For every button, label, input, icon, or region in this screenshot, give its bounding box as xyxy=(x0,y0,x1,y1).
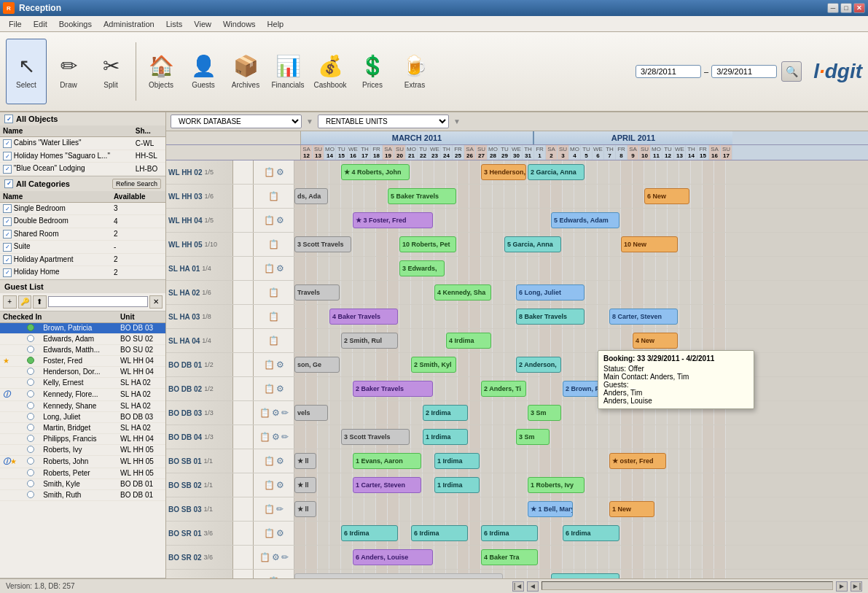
guest-search-input[interactable] xyxy=(48,296,148,307)
row-icon-3-0[interactable]: 📋 xyxy=(268,239,279,249)
date-to-input[interactable] xyxy=(711,65,777,78)
cat0-checkbox[interactable] xyxy=(3,204,12,213)
search-button[interactable]: 🔍 xyxy=(781,61,802,82)
booking-15-2[interactable]: 6 Irdima xyxy=(481,525,538,541)
tool-financials[interactable]: 📊 Financials xyxy=(267,39,308,104)
booking-2-0[interactable]: ★ 3 Foster, Fred xyxy=(353,212,433,228)
row-icon-8-1[interactable]: ⚙ xyxy=(276,360,284,370)
row-icon-10-1[interactable]: ⚙ xyxy=(272,408,280,418)
menu-file[interactable]: File xyxy=(3,18,28,30)
booking-4-0[interactable]: 3 Edwards, xyxy=(399,260,445,276)
guest-row-0[interactable]: Brown, Patricia BO DB 03 xyxy=(0,322,165,333)
row-icon-13-1[interactable]: ⚙ xyxy=(276,480,284,490)
row-icon-10-2[interactable]: ✏ xyxy=(281,408,289,418)
booking-3-3[interactable]: 10 New xyxy=(621,236,678,252)
scroll-right-end[interactable]: ►| xyxy=(851,581,862,592)
row-icon-12-1[interactable]: ⚙ xyxy=(276,456,284,466)
menu-view[interactable]: View xyxy=(188,18,217,30)
booking-7-1[interactable]: 4 Irdima xyxy=(446,333,491,349)
booking-11-1[interactable]: 1 Irdima xyxy=(423,429,468,445)
guest-add-button[interactable]: + xyxy=(3,295,17,309)
booking-0-2[interactable]: 2 Garcia, Anna xyxy=(528,164,584,180)
row-icon-15-0[interactable]: 📋 xyxy=(264,528,275,538)
category-row-2[interactable]: Shared Room2 xyxy=(0,228,165,241)
booking-17-0[interactable]: Disabled xyxy=(294,573,503,578)
booking-13-1[interactable]: 1 Carter, Steven xyxy=(353,477,421,493)
booking-10-0[interactable]: vels xyxy=(294,405,328,421)
booking-1-0[interactable]: ds, Ada xyxy=(294,188,328,204)
row-icon-11-1[interactable]: ⚙ xyxy=(272,432,280,442)
units-selector[interactable]: RENTABLE UNITS xyxy=(318,115,449,128)
booking-15-3[interactable]: 6 Irdima xyxy=(563,525,619,541)
tool-prices[interactable]: 💲 Prices xyxy=(352,39,393,104)
menu-windows[interactable]: Windows xyxy=(217,18,262,30)
category-row-4[interactable]: Holiday Apartment2 xyxy=(0,253,165,266)
tool-objects[interactable]: 🏠 Objects xyxy=(141,39,181,104)
guest-key-button[interactable]: 🔑 xyxy=(18,295,32,309)
booking-13-2[interactable]: 1 Irdima xyxy=(434,477,480,493)
maximize-button[interactable]: □ xyxy=(840,3,852,13)
object-row-3[interactable]: "Blue Ocean" Lodging LH-BO xyxy=(0,163,165,176)
booking-2-1[interactable]: 5 Edwards, Adam xyxy=(551,212,619,228)
cat4-checkbox[interactable] xyxy=(3,255,12,264)
row-icon-9-0[interactable]: 📋 xyxy=(264,384,275,394)
booking-8-0[interactable]: son, Ge xyxy=(294,357,340,373)
row-icon-14-1[interactable]: ✏ xyxy=(276,504,284,514)
tool-draw[interactable]: ✏ Draw xyxy=(48,39,89,104)
guest-row-14[interactable]: Smith, Kyle BO DB 01 xyxy=(0,478,165,489)
booking-11-0[interactable]: 3 Scott Travels xyxy=(341,429,410,445)
object-row-2[interactable]: Holiday Homes "Saguaro L..." HH-SL xyxy=(0,150,165,163)
tool-select[interactable]: ↖ Select xyxy=(6,39,47,104)
booking-12-1[interactable]: 1 Evans, Aaron xyxy=(353,453,421,469)
row-icon-14-0[interactable]: 📋 xyxy=(264,504,275,514)
scroll-left-start[interactable]: |◄ xyxy=(512,581,524,592)
row-icon-6-0[interactable]: 📋 xyxy=(268,311,279,322)
booking-12-2[interactable]: 1 Irdima xyxy=(434,453,480,469)
booking-0-1[interactable]: 3 Henderson, xyxy=(481,164,526,180)
guest-row-13[interactable]: Roberts, Peter WL HH 05 xyxy=(0,468,165,478)
guest-row-6[interactable]: ⓘ Kennedy, Flore... SL HA 02 xyxy=(0,388,165,400)
tool-cashbook[interactable]: 💰 Cashbook xyxy=(310,39,351,104)
booking-11-2[interactable]: 3 Sm xyxy=(516,429,550,445)
category-row-3[interactable]: Suite- xyxy=(0,241,165,254)
guest-row-2[interactable]: Edwards, Matth... BO SU 02 xyxy=(0,344,165,355)
booking-13-0[interactable]: ★ ll xyxy=(294,477,316,493)
row-icon-7-0[interactable]: 📋 xyxy=(268,336,279,346)
booking-9-0[interactable]: 2 Baker Travels xyxy=(353,381,433,397)
tool-guests[interactable]: 👤 Guests xyxy=(183,39,224,104)
all-objects-checkbox[interactable] xyxy=(4,115,13,123)
guest-row-3[interactable]: ★ Foster, Fred WL HH 04 xyxy=(0,355,165,366)
booking-6-0[interactable]: 4 Baker Travels xyxy=(329,309,398,325)
cat1-checkbox[interactable] xyxy=(3,217,12,226)
row-icon-16-0[interactable]: 📋 xyxy=(259,552,270,562)
row-icon-2-1[interactable]: ⚙ xyxy=(276,215,284,225)
cat2-checkbox[interactable] xyxy=(3,230,12,239)
booking-6-2[interactable]: 8 Carter, Steven xyxy=(609,309,678,325)
guest-row-12[interactable]: ⓘ★ Roberts, John WL HH 05 xyxy=(0,455,165,468)
obj2-checkbox[interactable] xyxy=(3,152,12,160)
row-icon-2-0[interactable]: 📋 xyxy=(264,215,275,225)
guest-row-8[interactable]: Long, Juliet BO DB 03 xyxy=(0,411,165,422)
menu-administration[interactable]: Administration xyxy=(98,18,160,30)
row-icon-4-0[interactable]: 📋 xyxy=(264,263,275,274)
row-icon-11-2[interactable]: ✏ xyxy=(281,432,289,442)
booking-10-1[interactable]: 2 Irdima xyxy=(423,405,468,421)
booking-7-2[interactable]: 4 New xyxy=(633,333,678,349)
guest-clear-button[interactable]: ✕ xyxy=(149,295,163,309)
booking-10-2[interactable]: 3 Sm xyxy=(528,405,561,421)
object-row-1[interactable]: Cabins "Water Lilies" C-WL xyxy=(0,137,165,150)
row-icon-13-0[interactable]: 📋 xyxy=(264,480,275,490)
obj1-checkbox[interactable] xyxy=(3,139,12,148)
booking-15-1[interactable]: 6 Irdima xyxy=(411,525,468,541)
row-icon-0-1[interactable]: ⚙ xyxy=(276,167,284,177)
row-icon-1-0[interactable]: 📋 xyxy=(268,191,279,201)
cat3-checkbox[interactable] xyxy=(3,243,12,252)
guest-row-10[interactable]: Philipps, Francis WL HH 04 xyxy=(0,433,165,444)
booking-15-0[interactable]: 6 Irdima xyxy=(341,525,398,541)
obj3-checkbox[interactable] xyxy=(3,165,12,174)
row-icon-10-0[interactable]: 📋 xyxy=(259,408,270,418)
guest-row-9[interactable]: Martin, Bridget SL HA 02 xyxy=(0,422,165,433)
row-icon-0-0[interactable]: 📋 xyxy=(264,167,275,177)
tool-archives[interactable]: 📦 Archives xyxy=(225,39,266,104)
cat5-checkbox[interactable] xyxy=(3,268,12,277)
